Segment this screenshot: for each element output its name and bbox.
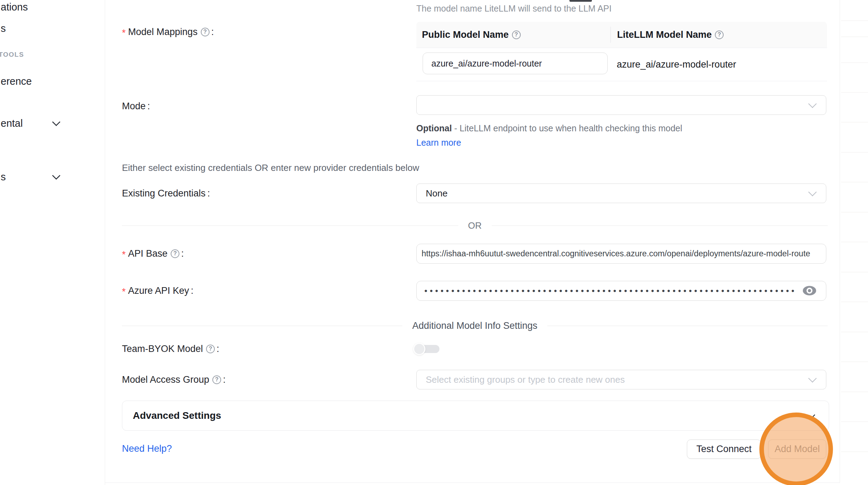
azure-api-key-label: * Azure API Key : — [122, 284, 193, 297]
label-colon: : — [217, 344, 219, 354]
help-icon[interactable]: ? — [512, 30, 521, 39]
api-base-label-text: API Base — [128, 248, 168, 259]
existing-credentials-select[interactable]: None — [416, 183, 826, 203]
model-mappings-table-header: Public Model Name ? LiteLLM Model Name ? — [416, 22, 827, 48]
chevron-down-icon — [808, 188, 816, 196]
existing-credentials-label: Existing Credentials : — [122, 187, 210, 200]
mode-label-text: Mode — [122, 101, 146, 112]
eye-icon[interactable] — [802, 285, 817, 297]
need-help-link[interactable]: Need Help? — [122, 443, 172, 454]
model-access-group-select[interactable]: Select existing groups or type to create… — [416, 370, 826, 389]
existing-credentials-label-text: Existing Credentials — [122, 188, 206, 199]
background-row-line — [841, 302, 868, 302]
or-divider: OR — [122, 221, 828, 230]
info-settings-divider: Additional Model Info Settings — [122, 321, 828, 331]
info-settings-divider-label: Additional Model Info Settings — [402, 320, 547, 331]
sidebar-divider — [105, 0, 105, 485]
litellm-model-name-header: LiteLLM Model Name ? — [610, 27, 724, 43]
masked-api-key: ••••••••••••••••••••••••••••••••••••••••… — [424, 286, 794, 296]
label-colon: : — [211, 27, 214, 37]
learn-more-link[interactable]: Learn more — [416, 138, 461, 147]
model-access-group-placeholder: Select existing groups or type to create… — [426, 374, 625, 385]
sidebar-item-experimental[interactable]: ental — [1, 117, 23, 129]
background-row-line — [841, 451, 868, 452]
background-row-line — [841, 242, 868, 242]
api-base-input[interactable]: https://ishaa-mh6uutut-swedencentral.cog… — [416, 244, 826, 264]
public-model-name-input[interactable]: azure_ai/azure-model-router — [423, 53, 608, 74]
help-icon[interactable]: ? — [212, 375, 221, 384]
card-bottom-border — [105, 483, 840, 483]
label-colon: : — [148, 101, 150, 112]
sidebar-item-api-reference[interactable]: erence — [1, 75, 32, 87]
divider-line — [547, 326, 828, 326]
model-mappings-table: Public Model Name ? LiteLLM Model Name ?… — [416, 22, 827, 81]
help-icon[interactable]: ? — [715, 30, 724, 39]
divider-line — [492, 226, 828, 226]
label-colon: : — [181, 248, 184, 259]
advanced-settings-title: Advanced Settings — [133, 410, 221, 421]
credentials-note: Either select existing credentials OR en… — [122, 162, 419, 173]
clipped-content-artifact — [569, 0, 592, 2]
help-icon[interactable]: ? — [201, 28, 210, 36]
help-icon[interactable]: ? — [206, 345, 215, 353]
toggle-knob — [413, 343, 425, 355]
sidebar-item-settings[interactable]: s — [1, 171, 6, 183]
background-row-line — [841, 361, 868, 362]
chevron-down-icon — [806, 410, 815, 419]
background-row-line — [841, 182, 868, 182]
or-label: OR — [458, 220, 492, 231]
public-model-name-header-text: Public Model Name — [422, 29, 509, 40]
api-base-label: * API Base ? : — [122, 247, 184, 260]
model-access-group-label: Model Access Group ? : — [122, 373, 226, 386]
background-row-line — [841, 421, 868, 422]
divider-line — [122, 326, 402, 326]
model-mappings-label: * Model Mappings ? : — [122, 26, 214, 38]
background-row-line — [841, 212, 868, 213]
required-marker: * — [122, 286, 126, 297]
required-marker: * — [122, 249, 126, 260]
mode-help-bold: Optional — [416, 123, 452, 133]
mode-select[interactable] — [416, 95, 826, 115]
card-right-border — [840, 0, 840, 483]
team-byok-label: Team-BYOK Model ? : — [122, 342, 219, 355]
public-model-name-header: Public Model Name ? — [416, 29, 610, 40]
mode-help-text: Optional - LiteLLM endpoint to use when … — [416, 121, 704, 150]
azure-api-key-input[interactable]: ••••••••••••••••••••••••••••••••••••••••… — [416, 281, 826, 301]
test-connect-button[interactable]: Test Connect — [687, 439, 761, 459]
divider-line — [122, 226, 458, 226]
background-row-line — [841, 36, 868, 37]
label-colon: : — [207, 188, 210, 199]
advanced-settings-panel[interactable]: Advanced Settings — [122, 401, 829, 431]
chevron-down-icon — [808, 374, 816, 382]
background-row-line — [841, 272, 868, 272]
mode-label: Mode : — [122, 100, 150, 112]
azure-api-key-label-text: Azure API Key — [128, 285, 189, 296]
label-colon: : — [191, 285, 194, 296]
background-row-line — [841, 392, 868, 392]
required-marker: * — [122, 28, 126, 39]
chevron-down-icon — [52, 171, 60, 180]
label-colon: : — [223, 374, 226, 385]
sidebar-section-tools: TOOLS — [0, 50, 24, 59]
existing-credentials-value: None — [426, 188, 447, 199]
chevron-down-icon — [52, 118, 60, 126]
litellm-model-name-header-text: LiteLLM Model Name — [617, 29, 712, 40]
sidebar-item-users[interactable]: s — [1, 22, 6, 34]
background-row-line — [841, 20, 868, 21]
litellm-model-name-value: azure_ai/azure-model-router — [617, 48, 736, 81]
background-row-line — [841, 332, 868, 332]
model-mapping-row: azure_ai/azure-model-router azure_ai/azu… — [416, 48, 827, 81]
add-model-button[interactable]: Add Model — [768, 439, 826, 459]
background-row-line — [841, 92, 868, 93]
background-row-line — [841, 62, 868, 63]
team-byok-label-text: Team-BYOK Model — [122, 344, 203, 354]
chevron-down-icon — [808, 99, 816, 108]
model-name-note: The model name LiteLLM will send to the … — [416, 4, 611, 14]
model-access-group-label-text: Model Access Group — [122, 374, 209, 385]
mode-help-rest: - LiteLLM endpoint to use when health ch… — [452, 123, 682, 133]
sidebar-item-organizations[interactable]: ations — [1, 1, 28, 13]
help-icon[interactable]: ? — [171, 249, 179, 258]
api-base-value: https://ishaa-mh6uutut-swedencentral.cog… — [422, 249, 810, 258]
model-mappings-label-text: Model Mappings — [128, 27, 198, 37]
background-row-line — [841, 122, 868, 123]
